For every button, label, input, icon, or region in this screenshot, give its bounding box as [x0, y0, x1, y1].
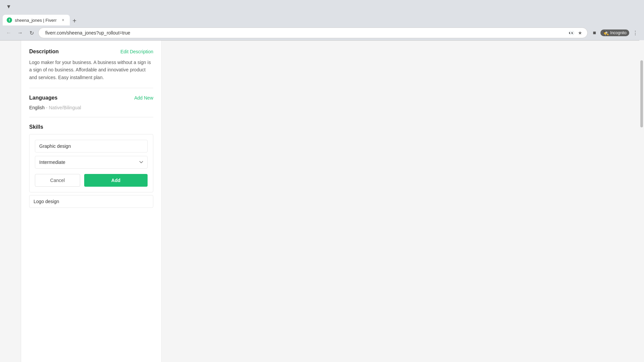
edit-description-button[interactable]: Edit Description — [120, 49, 153, 54]
description-header: Description Edit Description — [29, 49, 153, 55]
window-controls: ▼ — [4, 2, 13, 11]
languages-section: Languages Add New English - Native/Bilin… — [29, 95, 153, 110]
tab-title: sheena_jones | Fiverr — [15, 18, 58, 23]
url-text: fiverr.com/sheena_jones?up_rollout=true — [45, 30, 565, 36]
skills-header: Skills — [29, 124, 153, 130]
browser-toolbar: ← → ↻ fiverr.com/sheena_jones?up_rollout… — [0, 25, 644, 40]
scrollbar-thumb[interactable] — [640, 60, 643, 127]
skills-section: Skills Basic Intermediate Expert Cancel … — [29, 124, 153, 208]
eye-slash-icon[interactable]: 👀 — [568, 29, 575, 36]
description-section: Description Edit Description Logo maker … — [29, 49, 153, 81]
sidebar-button[interactable]: ■ — [590, 28, 599, 38]
tab-favicon: f — [7, 17, 12, 23]
skill-name-input[interactable] — [35, 140, 148, 153]
language-level: Native/Bilingual — [49, 105, 81, 110]
language-name: English — [29, 105, 45, 110]
browser-chrome: ▼ f sheena_jones | Fiverr × + ← → ↻ five… — [0, 0, 644, 41]
bookmark-icon[interactable]: ★ — [577, 29, 583, 36]
language-item: English - Native/Bilingual — [29, 105, 153, 110]
description-body: Logo maker for your business. A business… — [29, 59, 153, 81]
form-buttons: Cancel Add — [35, 174, 148, 187]
skill-level-select[interactable]: Basic Intermediate Expert — [35, 156, 148, 169]
languages-header: Languages Add New — [29, 95, 153, 101]
new-tab-button[interactable]: + — [70, 16, 79, 25]
toolbar-right: ■ 🕵 Incognito ⋮ — [590, 28, 640, 38]
add-button[interactable]: Add — [84, 174, 148, 187]
reload-button[interactable]: ↻ — [27, 28, 36, 38]
tab-list-button[interactable]: ▼ — [4, 2, 13, 11]
languages-title: Languages — [29, 95, 57, 101]
browser-tabs: f sheena_jones | Fiverr × + — [0, 13, 644, 25]
description-title: Description — [29, 49, 59, 55]
address-bar-right-icons: 👀 ★ — [568, 29, 583, 36]
skills-form: Basic Intermediate Expert Cancel Add — [29, 134, 153, 192]
back-button[interactable]: ← — [4, 28, 13, 38]
incognito-icon: 🕵 — [603, 30, 609, 36]
skills-title: Skills — [29, 124, 43, 130]
scrollbar[interactable] — [639, 40, 644, 362]
browser-titlebar: ▼ — [0, 0, 644, 13]
incognito-label: Incognito — [610, 31, 627, 35]
forward-button[interactable]: → — [15, 28, 25, 38]
page-content: Description Edit Description Logo maker … — [0, 41, 644, 362]
address-bar[interactable]: fiverr.com/sheena_jones?up_rollout=true … — [38, 27, 588, 38]
add-language-button[interactable]: Add New — [134, 95, 153, 101]
tab-close-button[interactable]: × — [60, 17, 66, 23]
divider-1 — [29, 88, 153, 88]
skill-item-logo-design: Logo design — [29, 195, 153, 208]
incognito-badge[interactable]: 🕵 Incognito — [600, 29, 629, 36]
menu-button[interactable]: ⋮ — [631, 28, 640, 38]
skill-name-logo-design: Logo design — [34, 199, 59, 204]
cancel-button[interactable]: Cancel — [35, 174, 80, 187]
divider-2 — [29, 117, 153, 117]
active-tab[interactable]: f sheena_jones | Fiverr × — [3, 15, 70, 25]
profile-card: Description Edit Description Logo maker … — [21, 41, 162, 362]
